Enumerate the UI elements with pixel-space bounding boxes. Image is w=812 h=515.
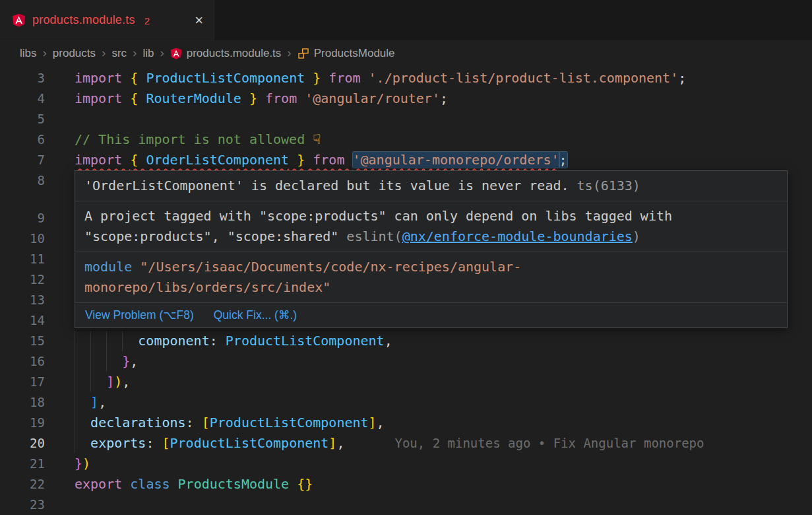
code-line-5[interactable]: 5 xyxy=(0,109,812,129)
code-text: declarations: [ProductListComponent], xyxy=(75,413,385,433)
code-token: ProductListComponent xyxy=(226,333,385,349)
editor[interactable]: 3import { ProductListComponent } from '.… xyxy=(0,66,812,515)
line-number-14[interactable]: 14 xyxy=(0,310,45,331)
code-text: component: ProductListComponent, xyxy=(75,331,392,351)
code-token: exports xyxy=(90,435,146,451)
line-number-12[interactable]: 12 xyxy=(0,269,45,290)
code-token: , xyxy=(98,394,106,410)
code-line-7[interactable]: 7import { OrderListComponent } from '@an… xyxy=(0,150,812,170)
breadcrumb-item-lib[interactable]: lib xyxy=(142,47,154,60)
code-line-18[interactable]: 18 ], xyxy=(0,392,812,413)
breadcrumb-separator-icon: › xyxy=(133,46,137,60)
code-text: import { ProductListComponent } from './… xyxy=(75,68,686,88)
breadcrumb-label: products xyxy=(53,47,96,60)
tab-problems-badge: 2 xyxy=(144,15,150,26)
code-line-6[interactable]: 6// This import is not allowed ☟ xyxy=(0,129,812,150)
code-token: ] xyxy=(106,374,114,390)
code-token: : xyxy=(146,435,162,451)
code-line-20[interactable]: 20 exports: [ProductListComponent],You, … xyxy=(0,433,812,454)
line-number-20[interactable]: 20 xyxy=(0,433,45,454)
code-token: import xyxy=(75,70,130,86)
code-token: } xyxy=(289,152,305,168)
code-token: RouterModule xyxy=(146,90,241,106)
line-number-10[interactable]: 10 xyxy=(0,228,45,249)
code-text: ], xyxy=(75,392,106,413)
code-token: class xyxy=(130,476,170,492)
code-token xyxy=(75,374,106,390)
line-number-22[interactable]: 22 xyxy=(0,474,45,495)
code-token: , xyxy=(377,415,385,430)
code-token: declarations xyxy=(90,415,186,430)
code-line-4[interactable]: 4import { RouterModule } from '@angular/… xyxy=(0,88,812,109)
close-icon[interactable]: × xyxy=(195,13,203,28)
code-token: from xyxy=(313,152,352,168)
code-line-21[interactable]: 21}) xyxy=(0,454,812,474)
line-number-23[interactable]: 23 xyxy=(0,495,45,515)
line-number-15[interactable]: 15 xyxy=(0,331,45,351)
code-token: [ xyxy=(162,435,170,451)
line-number-13[interactable]: 13 xyxy=(0,290,45,310)
breadcrumb-separator-icon: › xyxy=(287,46,291,60)
line-number-8[interactable]: 8 xyxy=(0,170,45,191)
breadcrumb-item-products[interactable]: products xyxy=(53,47,96,60)
code-line-22[interactable]: 22export class ProductsModule {} xyxy=(0,474,812,495)
hover-text: ts(6133) xyxy=(569,178,640,193)
breadcrumb-item-src[interactable]: src xyxy=(111,47,127,60)
code-line-17[interactable]: 17 ]), xyxy=(0,372,812,392)
tab-products-module[interactable]: products.module.ts 2 × xyxy=(0,0,214,40)
breadcrumb-item-productsmodule[interactable]: ProductsModule xyxy=(297,47,395,60)
breadcrumb-label: src xyxy=(111,47,127,60)
hover-text: eslint( xyxy=(346,228,402,244)
code-token: export xyxy=(75,476,122,492)
line-number-11[interactable]: 11 xyxy=(0,249,45,269)
code-token: ; xyxy=(559,152,567,168)
code-token: {} xyxy=(297,476,313,492)
code-token xyxy=(75,333,138,349)
code-line-16[interactable]: 16 }, xyxy=(0,351,812,372)
code-text: }) xyxy=(75,454,90,474)
code-line-19[interactable]: 19 declarations: [ProductListComponent], xyxy=(0,413,812,433)
breadcrumb-item-products-module-ts[interactable]: products.module.ts xyxy=(170,47,282,60)
code-token xyxy=(75,394,90,410)
nx-enforce-module-boundaries-link[interactable]: @nx/enforce-module-boundaries xyxy=(402,228,633,244)
quick-fix-action[interactable]: Quick Fix... (⌘.) xyxy=(214,308,297,322)
view-problem-action[interactable]: View Problem (⌥F8) xyxy=(85,308,194,322)
line-number-5[interactable]: 5 xyxy=(0,109,45,129)
code-line-15[interactable]: 15 component: ProductListComponent, xyxy=(0,331,812,351)
line-number-4[interactable]: 4 xyxy=(0,88,45,109)
code-token: } xyxy=(241,90,257,106)
code-token xyxy=(289,476,297,492)
line-number-7[interactable]: 7 xyxy=(0,150,45,170)
line-number-19[interactable]: 19 xyxy=(0,413,45,433)
tab-bar: products.module.ts 2 × xyxy=(0,0,812,41)
code-line-23[interactable]: 23 xyxy=(0,495,812,515)
code-token xyxy=(170,476,178,492)
hover-row-3: module "/Users/isaac/Documents/code/nx-r… xyxy=(75,252,787,303)
line-number-3[interactable]: 3 xyxy=(0,68,45,88)
breadcrumb-item-libs[interactable]: libs xyxy=(20,47,37,60)
line-number-16[interactable]: 16 xyxy=(0,351,45,372)
code-token xyxy=(257,90,265,106)
breadcrumb-label: ProductsModule xyxy=(314,47,395,60)
code-token: } xyxy=(122,353,130,369)
code-token: , xyxy=(122,374,130,390)
code-token: { xyxy=(130,70,146,86)
code-text: ]), xyxy=(75,372,130,392)
code-token: ] xyxy=(328,435,336,451)
code-token: : xyxy=(210,333,226,349)
line-number-6[interactable]: 6 xyxy=(0,129,45,150)
line-number-9[interactable]: 9 xyxy=(0,208,45,228)
code-token: import xyxy=(75,90,130,106)
code-line-3[interactable]: 3import { ProductListComponent } from '.… xyxy=(0,68,812,88)
vscode-window: { "palette": { "kw": "#C586C0", "skw": "… xyxy=(0,0,812,515)
code-token: { xyxy=(130,152,146,168)
code-token: '@angular-monorepo/orders' xyxy=(353,152,559,168)
code-token: '@angular/router' xyxy=(305,90,440,106)
line-number-21[interactable]: 21 xyxy=(0,454,45,474)
code-token: { xyxy=(130,90,146,106)
line-number-17[interactable]: 17 xyxy=(0,372,45,392)
code-token: from xyxy=(328,70,368,86)
line-number-18[interactable]: 18 xyxy=(0,392,45,413)
angular-icon xyxy=(170,48,182,59)
code-token: from xyxy=(265,90,305,106)
